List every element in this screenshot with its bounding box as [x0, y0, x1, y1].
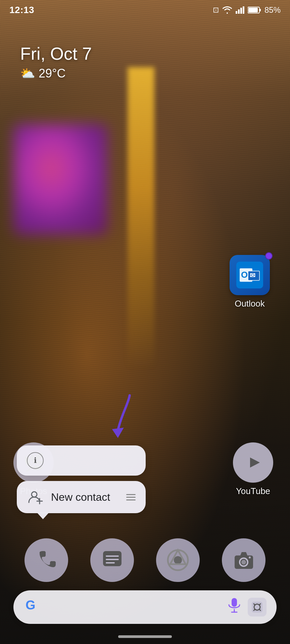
outlook-app[interactable]: O ✉ Outlook	[230, 255, 270, 309]
waterfall-glow	[128, 67, 154, 369]
svg-text:✉: ✉	[250, 272, 255, 279]
svg-point-26	[241, 560, 246, 565]
new-contact-icon	[27, 488, 44, 506]
wifi-icon	[222, 6, 232, 14]
youtube-label: YouTube	[236, 486, 270, 496]
temperature-display: 29°C	[39, 66, 65, 80]
signal-icon	[236, 6, 244, 14]
battery-icon	[248, 6, 261, 14]
youtube-app[interactable]: YouTube	[233, 442, 273, 496]
messages-icon[interactable]	[90, 538, 134, 582]
svg-rect-0	[236, 11, 237, 14]
svg-rect-6	[248, 8, 258, 12]
blurred-widget	[13, 124, 107, 235]
weather-icon: ⛅	[20, 66, 35, 80]
context-menu: ℹ New contact	[17, 445, 146, 513]
weather-row: ⛅ 29°C	[20, 66, 92, 80]
svg-rect-29	[232, 598, 237, 607]
app-info-row[interactable]: ℹ	[17, 445, 146, 476]
camera-icon[interactable]	[222, 538, 265, 582]
svg-rect-1	[238, 9, 240, 14]
outlook-icon[interactable]: O ✉	[230, 255, 270, 295]
notification-dot	[265, 252, 273, 260]
info-icon[interactable]: ℹ	[27, 452, 44, 469]
svg-point-14	[32, 492, 37, 497]
new-contact-label: New contact	[51, 491, 119, 503]
date-display: Fri, Oct 7	[20, 44, 92, 64]
status-time: 12:13	[9, 5, 34, 15]
svg-text:G: G	[26, 598, 36, 612]
drag-handle	[126, 494, 136, 500]
youtube-icon[interactable]	[233, 442, 273, 483]
google-lens-icon[interactable]	[248, 598, 267, 616]
phone-dock-item[interactable]	[25, 538, 68, 582]
status-icons: ⊡ 85%	[213, 5, 281, 15]
outlook-label: Outlook	[235, 299, 265, 309]
chrome-icon[interactable]	[156, 538, 200, 582]
svg-rect-5	[259, 9, 261, 11]
svg-marker-17	[112, 428, 124, 438]
voice-search-icon[interactable]	[228, 597, 241, 617]
svg-rect-18	[103, 551, 122, 566]
camera-dock-item[interactable]	[222, 538, 265, 582]
status-bar: 12:13 ⊡ 85%	[0, 0, 290, 20]
home-indicator[interactable]	[118, 635, 172, 638]
new-contact-option[interactable]: New contact	[17, 481, 146, 513]
messages-dock-item[interactable]	[90, 538, 134, 582]
battery-percentage: 85%	[264, 5, 281, 15]
date-weather-widget: Fri, Oct 7 ⛅ 29°C	[20, 44, 92, 80]
svg-rect-32	[252, 602, 262, 612]
annotation-arrow	[101, 392, 141, 439]
google-logo: G	[23, 597, 40, 618]
google-search-bar[interactable]: G	[13, 590, 277, 624]
svg-rect-3	[243, 6, 244, 14]
chrome-dock-item[interactable]	[156, 538, 200, 582]
dock	[0, 538, 290, 582]
svg-rect-2	[240, 8, 242, 14]
svg-point-27	[249, 556, 251, 558]
svg-point-23	[174, 556, 182, 564]
screen-record-icon: ⊡	[213, 6, 219, 14]
phone-icon[interactable]	[25, 538, 68, 582]
svg-text:O: O	[241, 270, 248, 280]
